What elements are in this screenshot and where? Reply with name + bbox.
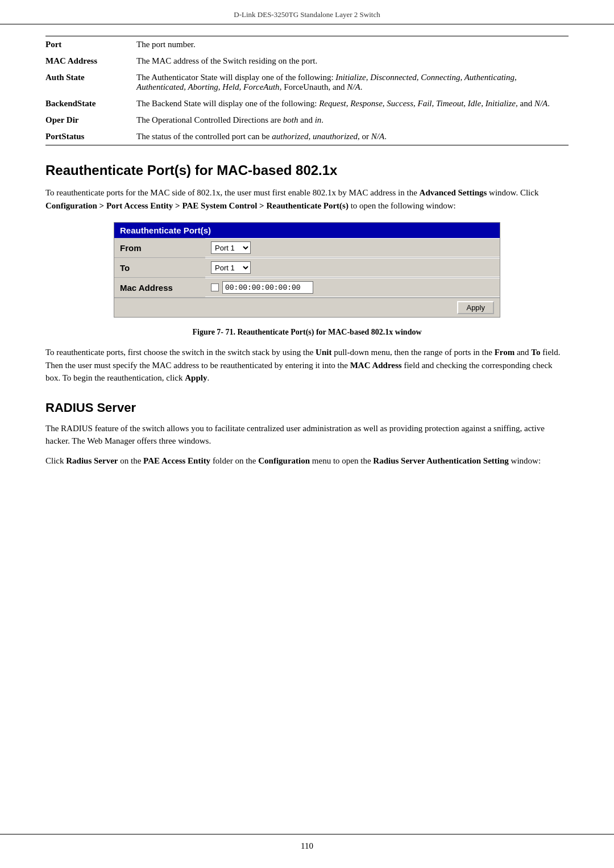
window-mac-row: Mac Address	[114, 278, 500, 298]
mac-label: Mac Address	[114, 278, 205, 297]
to-content: Port 1 Port 2 Port 3	[205, 258, 500, 277]
page-footer: 110	[0, 834, 614, 857]
table-row: Port The port number.	[45, 36, 569, 53]
section-heading: Reauthenticate Port(s) for MAC-based 802…	[45, 162, 569, 178]
from-select[interactable]: Port 1 Port 2 Port 3	[211, 241, 251, 254]
radius-para1: The RADIUS feature of the switch allows …	[45, 422, 569, 448]
from-content: Port 1 Port 2 Port 3	[205, 239, 500, 257]
from-label: From	[114, 238, 205, 257]
page-container: D-Link DES-3250TG Standalone Layer 2 Swi…	[0, 0, 614, 868]
section-body-para: To reauthenticate ports, first choose th…	[45, 346, 569, 385]
to-label: To	[114, 258, 205, 277]
window-from-row: From Port 1 Port 2 Port 3	[114, 238, 500, 258]
radius-heading: RADIUS Server	[45, 400, 569, 415]
term-backendstate: BackendState	[45, 95, 136, 112]
table-row: Oper Dir The Operational Controlled Dire…	[45, 112, 569, 128]
table-row: Auth State The Authenticator State will …	[45, 69, 569, 95]
reauthenticate-window: Reauthenticate Port(s) From Port 1 Port …	[114, 222, 500, 318]
def-mac: The MAC address of the Switch residing o…	[136, 53, 569, 69]
definition-table: Port The port number. MAC Address The MA…	[45, 36, 569, 145]
table-row: BackendState The Backend State will disp…	[45, 95, 569, 112]
def-operdir: The Operational Controlled Directions ar…	[136, 112, 569, 128]
window-to-row: To Port 1 Port 2 Port 3	[114, 258, 500, 278]
term-port: Port	[45, 36, 136, 53]
page-number: 110	[301, 841, 313, 850]
term-operdir: Oper Dir	[45, 112, 136, 128]
radius-para2: Click Radius Server on the PAE Access En…	[45, 454, 569, 468]
apply-row: Apply	[114, 298, 500, 317]
section-intro-para: To reauthenticate ports for the MAC side…	[45, 186, 569, 212]
term-mac: MAC Address	[45, 53, 136, 69]
def-port: The port number.	[136, 36, 569, 53]
page-header: D-Link DES-3250TG Standalone Layer 2 Swi…	[0, 0, 614, 24]
window-title-bar: Reauthenticate Port(s)	[114, 223, 500, 238]
apply-button[interactable]: Apply	[457, 301, 494, 314]
def-authstate: The Authenticator State will display one…	[136, 69, 569, 95]
term-portstatus: PortStatus	[45, 128, 136, 145]
main-content: Port The port number. MAC Address The MA…	[0, 24, 614, 496]
def-portstatus: The status of the controlled port can be…	[136, 128, 569, 145]
mac-checkbox[interactable]	[211, 283, 219, 291]
window-body: From Port 1 Port 2 Port 3 To	[114, 238, 500, 317]
figure-caption: Figure 7- 71. Reauthenticate Port(s) for…	[45, 328, 569, 337]
mac-input[interactable]	[222, 281, 313, 294]
table-row: MAC Address The MAC address of the Switc…	[45, 53, 569, 69]
mac-content	[205, 278, 500, 297]
table-row: PortStatus The status of the controlled …	[45, 128, 569, 145]
header-title: D-Link DES-3250TG Standalone Layer 2 Swi…	[234, 10, 380, 19]
to-select[interactable]: Port 1 Port 2 Port 3	[211, 261, 251, 274]
def-backendstate: The Backend State will display one of th…	[136, 95, 569, 112]
term-authstate: Auth State	[45, 69, 136, 95]
